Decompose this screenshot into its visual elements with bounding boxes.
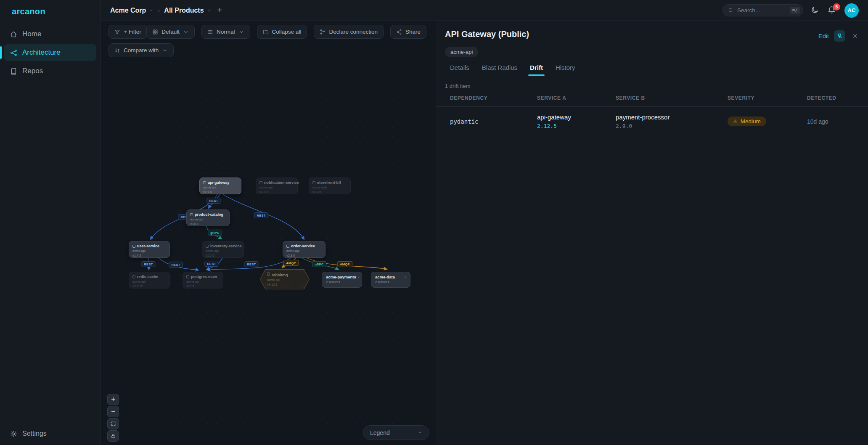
compare-icon <box>114 48 120 53</box>
breadcrumb-org[interactable]: Acme Corp <box>110 7 153 14</box>
node-storefront-bff[interactable]: storefront-bffacme-webv1.2.0 <box>309 177 351 194</box>
tab-blast-radius[interactable]: Blast Radius <box>482 64 517 76</box>
detected-cell: 10d ago <box>807 118 858 125</box>
moon-icon <box>811 6 819 14</box>
node-api-gateway[interactable]: api-gatewayacme-apiv2.1.0 <box>199 177 241 194</box>
node-rabbitmq[interactable]: rabbitmqacme-apiv3.12.1 <box>260 269 310 289</box>
share-button[interactable]: Share <box>390 25 426 39</box>
column-header: SERVICE A <box>537 95 616 101</box>
unpin-button[interactable] <box>834 30 845 42</box>
node-inventory-service[interactable]: inventory-serviceacme-apiv1.1.0 <box>202 241 244 258</box>
severity-cell: ⚠Medium <box>728 117 807 126</box>
sidebar-settings-label: Settings <box>22 430 47 437</box>
breadcrumb: Acme Corp›All Products+ <box>110 5 224 15</box>
node-order-service[interactable]: order-serviceacme-apiv2.3.0 <box>283 241 326 258</box>
database-icon <box>132 275 135 278</box>
drift-table-header: DEPENDENCYSERVICE ASERVICE BSEVERITYDETE… <box>436 95 868 107</box>
sidebar-item-home[interactable]: Home <box>4 26 96 42</box>
close-panel-button[interactable] <box>850 32 860 41</box>
node-acme-data[interactable]: acme-data›2 services <box>371 272 410 288</box>
chevron-down-icon <box>238 29 244 35</box>
branch-icon <box>320 29 326 35</box>
zoom-controls <box>107 394 119 442</box>
rows-icon <box>207 29 213 35</box>
topbar: Acme Corp›All Products+ ⌘/ 5 AC <box>101 0 868 21</box>
layout-select[interactable]: Default <box>146 25 195 39</box>
add-view-button[interactable]: + <box>216 5 224 15</box>
filter-button[interactable]: + Filter <box>108 25 147 39</box>
fit-view-button[interactable] <box>107 418 119 429</box>
edge-label-grpc: gRPC <box>208 230 222 236</box>
column-header: SEVERITY <box>728 95 807 101</box>
search-icon <box>728 8 733 13</box>
notifications-button[interactable]: 5 <box>828 6 837 15</box>
pin-off-icon <box>836 33 843 39</box>
node-acme-payments[interactable]: acme-payments›2 services <box>322 272 362 288</box>
column-header: DEPENDENCY <box>450 95 537 101</box>
minus-icon <box>111 409 116 414</box>
declare-connection-label: Declare connection <box>329 29 378 35</box>
search-field[interactable] <box>737 7 786 13</box>
repo-icon <box>10 68 17 75</box>
node-redis-cache[interactable]: redis-cacheacme-apiv7.0.12 <box>129 272 170 289</box>
lock-button[interactable] <box>107 430 119 442</box>
notification-badge: 5 <box>833 3 840 11</box>
sidebar-item-repos[interactable]: Repos <box>4 63 96 79</box>
severity-badge: ⚠Medium <box>728 117 766 126</box>
declare-connection-button[interactable]: Declare connection <box>314 25 384 39</box>
zoom-in-button[interactable] <box>107 394 119 405</box>
service-icon <box>286 245 289 248</box>
warning-icon: ⚠ <box>733 119 738 124</box>
sidebar-item-settings[interactable]: Settings <box>0 422 101 445</box>
app-logo[interactable]: arcanon <box>0 0 101 24</box>
edge-label-rest: REST <box>204 261 218 267</box>
sidebar-item-architecture[interactable]: Architecture <box>4 44 96 61</box>
architecture-icon <box>10 49 17 56</box>
edge-label-rest: REST <box>169 262 183 268</box>
chevron-down-icon <box>183 29 189 35</box>
lock-open-icon <box>111 433 116 439</box>
node-user-service[interactable]: user-serviceacme-apiv1.4.2 <box>129 241 170 258</box>
collapse-all-button[interactable]: Collapse all <box>257 25 307 39</box>
service-icon <box>132 245 135 248</box>
node-postgres-main[interactable]: postgres-mainacme-apiv15.3 <box>183 272 223 289</box>
folder-icon <box>263 29 269 35</box>
mode-label: Normal <box>217 29 235 35</box>
edge-label-rest: REST <box>141 261 155 267</box>
column-header: DETECTED <box>807 95 858 101</box>
legend-button[interactable]: Legend <box>363 425 429 440</box>
node-product-catalog[interactable]: product-catalogacme-apiv3.0.1 <box>186 209 230 226</box>
sidebar: arcanon HomeArchitectureRepos Settings <box>0 0 101 445</box>
node-notification-service[interactable]: notification-serviceacme-apiv1.0.3 <box>256 177 298 194</box>
edge-label-grpc: gRPC <box>312 261 326 267</box>
compare-with-label: Compare with <box>124 47 159 53</box>
search-input[interactable]: ⌘/ <box>722 4 803 16</box>
collapse-all-label: Collapse all <box>272 29 302 35</box>
funnel-icon <box>114 29 120 35</box>
queue-icon <box>267 273 270 275</box>
layout-label: Default <box>161 29 180 35</box>
drift-table-row[interactable]: pydanticapi-gateway2.12.5payment-process… <box>436 107 868 137</box>
canvas-toolbar: Default Normal Collapse all Declare conn… <box>146 25 426 39</box>
service-b-cell: payment-processor2.9.0 <box>616 114 728 129</box>
service-icon <box>312 181 315 184</box>
tab-history[interactable]: History <box>556 64 575 76</box>
column-header: SERVICE B <box>616 95 728 101</box>
sidebar-item-label: Architecture <box>22 48 61 57</box>
zoom-out-button[interactable] <box>107 406 119 417</box>
service-a-cell: api-gateway2.12.5 <box>537 114 616 129</box>
tab-drift[interactable]: Drift <box>530 64 543 76</box>
theme-toggle-button[interactable] <box>811 6 820 15</box>
mode-select[interactable]: Normal <box>201 25 250 39</box>
tab-details[interactable]: Details <box>450 64 469 76</box>
graph-canvas[interactable]: + Filter Default Normal Collapse all Dec… <box>101 21 436 445</box>
avatar[interactable]: AC <box>844 3 859 18</box>
edit-button[interactable]: Edit <box>818 33 829 40</box>
drift-summary: 1 drift item <box>445 83 868 89</box>
share-label: Share <box>405 29 421 35</box>
edge-label-rest: REST <box>254 212 268 218</box>
plus-icon <box>111 397 116 402</box>
breadcrumb-product[interactable]: All Products <box>164 7 211 14</box>
chevron-right-icon: › <box>358 275 359 280</box>
compare-with-button[interactable]: Compare with <box>108 43 174 57</box>
